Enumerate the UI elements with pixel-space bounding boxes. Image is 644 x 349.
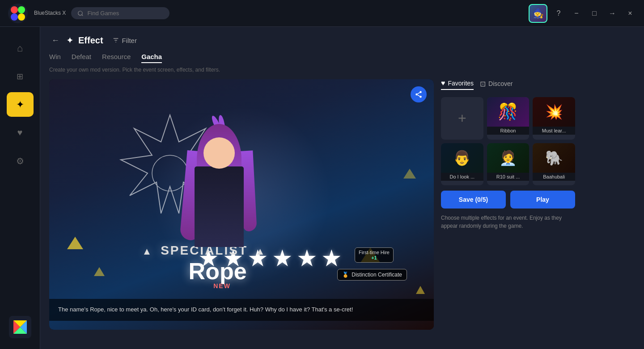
filter-icon (112, 37, 119, 44)
title-bar: BlueStacks X 🧙 ? − □ → × (0, 0, 644, 27)
panel-favorites-label: Favorites (448, 80, 474, 87)
cert-icon: 🏅 (342, 272, 349, 278)
save-button[interactable]: Save (0/5) (441, 191, 506, 209)
panel-tab-favorites[interactable]: ♥ Favorites (441, 79, 474, 90)
hire-badge: First-time Hire +1 (355, 247, 394, 263)
triangle-4 (416, 286, 425, 294)
sidebar-item-favorites[interactable]: ♥ (7, 120, 34, 145)
svg-point-17 (415, 94, 418, 96)
action-buttons: Save (0/5) Play (441, 191, 575, 209)
effect-icon: ✦ (66, 35, 74, 46)
svg-point-18 (419, 96, 422, 98)
must-learn-preview: 💥 (533, 97, 575, 127)
content-layout: ★ ★ ★ ★ ★ ★ ▲ SPECIALIST ▲ Rope NEW (49, 79, 635, 330)
sidebar-bottom (9, 316, 31, 340)
star-6: ★ (321, 245, 342, 272)
back-button[interactable]: ← (49, 34, 62, 47)
share-button[interactable] (408, 84, 429, 105)
sidebar-item-home[interactable]: ⌂ (7, 36, 34, 60)
svg-line-20 (417, 93, 419, 94)
sidebar-item-library[interactable]: ⊞ (7, 64, 34, 89)
tab-gacha[interactable]: Gacha (141, 53, 162, 63)
effect-card-must-learn[interactable]: 💥 Must lear... (533, 97, 575, 140)
maximize-button[interactable]: □ (588, 7, 601, 20)
do-look-label: Do I look ... (441, 173, 483, 181)
play-button[interactable]: Play (510, 191, 575, 209)
preview-area: ★ ★ ★ ★ ★ ★ ▲ SPECIALIST ▲ Rope NEW (49, 79, 434, 330)
cert-label: Distinction Certificate (352, 272, 402, 278)
heart-icon: ♥ (441, 79, 445, 87)
preview-subtitle: The name's Rope, nice to meet ya. Oh, he… (49, 299, 434, 321)
content-header: ← ✦ Effect Filter (49, 34, 635, 47)
tab-win[interactable]: Win (49, 53, 61, 63)
bluestacks-logo (7, 3, 29, 24)
svg-point-0 (8, 4, 28, 23)
right-panel: ♥ Favorites ⊡ Discover + 🎊 (441, 79, 575, 330)
triangle-1 (67, 237, 83, 249)
sidebar-item-settings[interactable]: ⚙ (7, 149, 34, 173)
panel-tab-discover[interactable]: ⊡ Discover (480, 79, 513, 90)
creature-silhouette (103, 106, 237, 240)
effect-card-r10-suit[interactable]: 🧑‍💼 R10 suit ... (487, 143, 530, 186)
svg-point-4 (18, 13, 25, 21)
svg-line-19 (417, 95, 419, 96)
effect-card-baahubali[interactable]: 🐘 Baahubali (533, 143, 575, 186)
panel-discover-label: Discover (488, 80, 513, 87)
subtitle: Create your own mod version. Pick the ev… (49, 67, 635, 73)
svg-point-16 (419, 91, 422, 94)
star-5: ★ (297, 245, 318, 272)
panel-note: Choose multiple effects for an event. En… (441, 214, 575, 230)
must-learn-label: Must lear... (533, 127, 575, 135)
search-bar[interactable] (71, 7, 169, 19)
filter-button[interactable]: Filter (112, 37, 137, 44)
bluestacks-bottom-icon (9, 316, 31, 338)
tabs: Win Defeat Resource Gacha (49, 53, 635, 63)
do-look-preview: 👨 (441, 143, 483, 173)
character-type: ▲ SPECIALIST ▲ (142, 243, 267, 258)
svg-marker-14 (121, 115, 219, 213)
ribbon-label: Ribbon (487, 127, 530, 135)
svg-point-5 (78, 11, 82, 15)
tab-defeat[interactable]: Defeat (72, 53, 91, 63)
effect-card-ribbon[interactable]: 🎊 Ribbon (487, 97, 530, 140)
char-label: ▲ SPECIALIST ▲ Rope NEW (142, 243, 267, 289)
share-icon (411, 86, 427, 102)
sidebar-item-effects[interactable]: ✦ (7, 92, 34, 117)
svg-point-3 (11, 13, 18, 21)
minimize-button[interactable]: − (570, 7, 583, 20)
search-input[interactable] (87, 10, 159, 17)
search-icon (77, 10, 84, 17)
preview-image: ★ ★ ★ ★ ★ ★ ▲ SPECIALIST ▲ Rope NEW (49, 79, 434, 330)
close-button[interactable]: × (623, 7, 637, 20)
app-name: BlueStacks X (34, 10, 66, 16)
svg-point-1 (11, 6, 18, 13)
baahubali-preview: 🐘 (533, 143, 575, 173)
tab-resource[interactable]: Resource (102, 53, 131, 63)
cert-badge: 🏅 Distinction Certificate (337, 269, 407, 281)
plus-one: +1 (359, 255, 390, 260)
title-bar-right: 🧙 ? − □ → × (529, 4, 637, 23)
triangle-2 (94, 267, 105, 276)
baahubali-label: Baahubali (533, 173, 575, 181)
effects-grid: + 🎊 Ribbon 💥 (441, 97, 575, 185)
hire-label: First-time Hire (359, 250, 390, 255)
help-button[interactable]: ? (552, 7, 565, 20)
r10-suit-preview: 🧑‍💼 (487, 143, 530, 173)
character-name: Rope (169, 258, 267, 285)
game-avatar[interactable]: 🧙 (529, 4, 547, 23)
svg-point-2 (18, 6, 25, 13)
discover-icon: ⊡ (480, 80, 486, 88)
add-effect-button[interactable]: + (441, 97, 483, 140)
r10-suit-label: R10 suit ... (487, 173, 530, 181)
ribbon-preview: 🎊 (487, 97, 530, 127)
panel-header: ♥ Favorites ⊡ Discover (441, 79, 575, 90)
effect-title: Effect (78, 35, 103, 46)
subtitle-text: The name's Rope, nice to meet ya. Oh, he… (58, 306, 353, 313)
triangle-5 (403, 169, 416, 179)
sidebar: ⌂ ⊞ ✦ ♥ ⚙ (0, 27, 40, 349)
effect-card-do-look[interactable]: 👨 Do I look ... (441, 143, 483, 186)
forward-button[interactable]: → (606, 7, 619, 20)
title-bar-left: BlueStacks X (7, 3, 169, 24)
star-4: ★ (272, 245, 293, 272)
main-content: ← ✦ Effect Filter Win Defeat Resource Ga… (40, 27, 644, 349)
